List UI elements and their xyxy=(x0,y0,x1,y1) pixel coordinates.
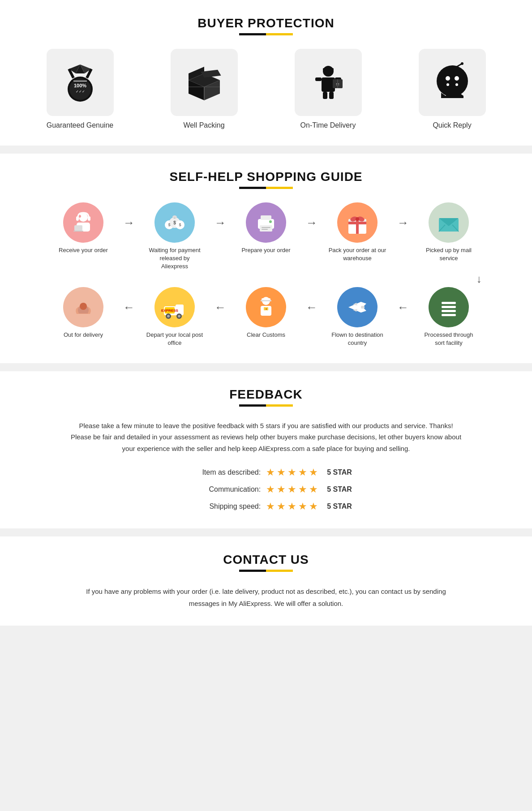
arrow-3: → xyxy=(302,202,322,230)
flow-item-customs: ★ Clear Customs xyxy=(230,287,302,339)
svg-rect-82 xyxy=(261,300,271,301)
svg-rect-21 xyxy=(315,77,322,81)
shopping-guide-title: SELF-HELP SHOPPING GUIDE xyxy=(18,170,514,184)
svg-rect-39 xyxy=(76,216,79,221)
bp-icon-genuine: 100% ✓✓✓ xyxy=(47,49,114,116)
svg-rect-85 xyxy=(442,306,456,308)
flow-circle-pickup xyxy=(429,202,469,243)
flow-item-pickup: Picked up by mail service xyxy=(413,202,485,262)
down-arrow: ↓ xyxy=(18,273,514,285)
bp-label-reply: Quick Reply xyxy=(433,121,471,129)
feedback-underline xyxy=(239,404,293,407)
arrow-5: ← xyxy=(119,287,139,314)
svg-rect-52 xyxy=(261,215,271,220)
down-arrow-container: ↓ xyxy=(18,271,514,287)
rating-row-communication: Communication: ★ ★ ★ ★ ★ 5 STAR xyxy=(180,484,352,495)
flow-item-flight: Flown to destination country xyxy=(322,287,393,347)
rating-rows: Item as described: ★ ★ ★ ★ ★ 5 STAR Comm… xyxy=(18,467,514,512)
star-s4: ★ xyxy=(298,501,307,512)
rating-label-described: Item as described: xyxy=(180,468,261,476)
contact-title: CONTACT US xyxy=(18,553,514,567)
rating-row-shipping: Shipping speed: ★ ★ ★ ★ ★ 5 STAR xyxy=(180,501,352,512)
flow-circle-depart: EXPRESS xyxy=(154,287,195,327)
flow-label-pickup: Picked up by mail service xyxy=(420,246,478,262)
star-badge-described: 5 STAR xyxy=(327,468,352,476)
svg-rect-40 xyxy=(88,216,90,221)
star-badge-shipping: 5 STAR xyxy=(327,502,352,511)
star-s3: ★ xyxy=(287,501,296,512)
svg-line-34 xyxy=(457,64,461,67)
bp-label-genuine: Guaranteed Genuine xyxy=(47,121,113,129)
star-c4: ★ xyxy=(298,484,307,495)
flow-circle-pack xyxy=(337,202,378,243)
guide-row2: Out for delivery ← EXPRESS xyxy=(18,287,514,347)
svg-point-30 xyxy=(455,76,459,81)
svg-point-32 xyxy=(455,83,458,86)
svg-rect-19 xyxy=(323,68,334,70)
flow-item-prepare: Prepare your order xyxy=(230,202,302,254)
arrow-8: ← xyxy=(393,287,413,314)
bp-icon-reply xyxy=(419,49,486,116)
svg-point-74 xyxy=(178,315,180,318)
buyer-protection-icons: 100% ✓✓✓ Guaranteed Genuine xyxy=(18,49,514,129)
bp-label-packing: Well Packing xyxy=(183,121,224,129)
svg-rect-87 xyxy=(442,314,456,316)
svg-text:100%: 100% xyxy=(73,83,86,88)
star-s1: ★ xyxy=(266,501,275,512)
flow-label-payment: Waiting for payment released by Aliexpre… xyxy=(146,246,204,271)
svg-rect-86 xyxy=(442,310,456,312)
bp-item-reply: Quick Reply xyxy=(408,49,497,129)
svg-rect-60 xyxy=(348,222,366,224)
star-c3: ★ xyxy=(287,484,296,495)
flow-label-pack: Pack your order at our warehouse xyxy=(328,246,386,262)
flow-label-flight: Flown to destination country xyxy=(328,331,386,347)
star-s2: ★ xyxy=(277,501,286,512)
star-4: ★ xyxy=(298,467,307,478)
flow-item-payment: $ $ $ Waiting for payment released by Al… xyxy=(139,202,210,271)
svg-point-63 xyxy=(356,217,359,221)
svg-point-18 xyxy=(323,66,334,77)
bp-icon-delivery: ↑↑ xyxy=(295,49,362,116)
star-c5: ★ xyxy=(309,484,318,495)
bp-icon-packing xyxy=(171,49,238,116)
contact-description: If you have any problems with your order… xyxy=(82,585,450,609)
contact-underline xyxy=(239,570,293,572)
svg-point-35 xyxy=(461,62,463,65)
svg-point-68 xyxy=(80,303,87,310)
star-c1: ★ xyxy=(266,484,275,495)
rating-label-shipping: Shipping speed: xyxy=(180,502,261,511)
bp-item-delivery: ↑↑ On-Time Delivery xyxy=(283,49,373,129)
flow-label-out-delivery: Out for delivery xyxy=(64,331,103,339)
feedback-description: Please take a few minute to leave the po… xyxy=(64,420,468,455)
svg-rect-84 xyxy=(442,302,456,304)
stars-described: ★ ★ ★ ★ ★ xyxy=(266,467,318,478)
bp-item-packing: Well Packing xyxy=(159,49,249,129)
flow-label-receive: Receive your order xyxy=(59,246,108,254)
arrow-2: → xyxy=(210,202,230,230)
flow-label-prepare: Prepare your order xyxy=(241,246,290,254)
guide-row1: Receive your order → $ $ $ Waiting f xyxy=(18,202,514,271)
svg-rect-53 xyxy=(260,225,272,232)
stars-shipping: ★ ★ ★ ★ ★ xyxy=(266,501,318,512)
bp-label-delivery: On-Time Delivery xyxy=(300,121,356,129)
flow-label-sort: Processed through sort facility xyxy=(420,331,478,347)
buyer-protection-underline xyxy=(239,33,293,35)
flow-circle-receive xyxy=(63,202,103,243)
arrow-4: → xyxy=(393,202,413,230)
svg-rect-26 xyxy=(323,92,327,99)
flow-circle-out-delivery xyxy=(63,287,103,327)
svg-rect-54 xyxy=(262,227,270,228)
svg-rect-42 xyxy=(73,231,83,232)
flow-label-depart: Depart your local post office xyxy=(146,331,204,347)
flow-item-out-delivery: Out for delivery xyxy=(47,287,119,339)
bp-item-genuine: 100% ✓✓✓ Guaranteed Genuine xyxy=(35,49,125,129)
feedback-section: FEEDBACK Please take a few minute to lea… xyxy=(0,371,532,529)
star-3: ★ xyxy=(287,467,296,478)
svg-point-29 xyxy=(446,76,450,81)
star-s5: ★ xyxy=(309,501,318,512)
buyer-protection-section: BUYER PROTECTION 100% xyxy=(0,0,532,146)
shopping-guide-section: SELF-HELP SHOPPING GUIDE xyxy=(0,154,532,363)
svg-text:$: $ xyxy=(168,223,170,227)
flow-circle-sort xyxy=(429,287,469,327)
svg-rect-27 xyxy=(329,92,334,99)
